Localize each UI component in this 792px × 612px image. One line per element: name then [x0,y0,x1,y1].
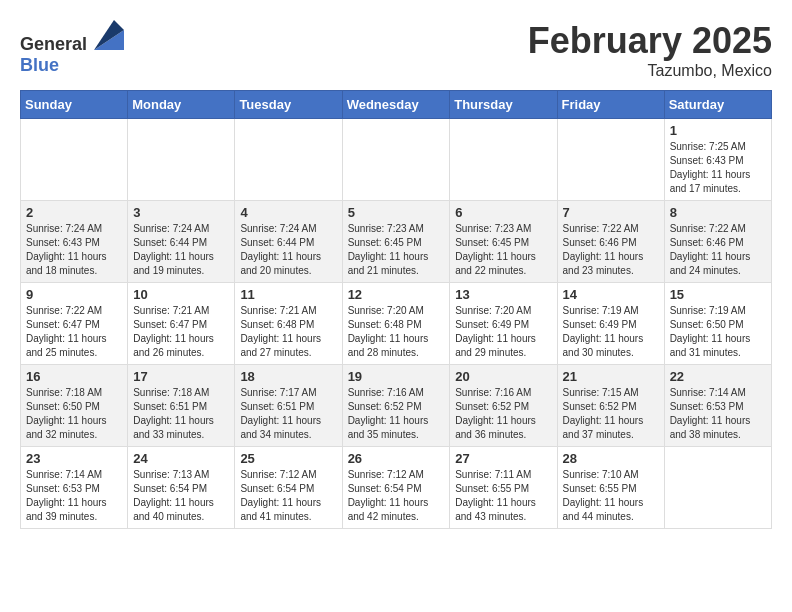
weekday-header-wednesday: Wednesday [342,91,450,119]
day-cell: 3Sunrise: 7:24 AM Sunset: 6:44 PM Daylig… [128,201,235,283]
day-info: Sunrise: 7:22 AM Sunset: 6:46 PM Dayligh… [563,222,659,278]
day-info: Sunrise: 7:16 AM Sunset: 6:52 PM Dayligh… [348,386,445,442]
logo-blue: Blue [20,55,59,75]
day-cell [342,119,450,201]
day-info: Sunrise: 7:25 AM Sunset: 6:43 PM Dayligh… [670,140,766,196]
day-cell: 22Sunrise: 7:14 AM Sunset: 6:53 PM Dayli… [664,365,771,447]
day-cell [450,119,557,201]
day-cell: 6Sunrise: 7:23 AM Sunset: 6:45 PM Daylig… [450,201,557,283]
logo-icon [94,20,124,50]
logo-general: General [20,34,87,54]
day-cell [235,119,342,201]
logo-text: General Blue [20,20,124,76]
day-number: 1 [670,123,766,138]
day-number: 6 [455,205,551,220]
day-number: 18 [240,369,336,384]
day-cell: 11Sunrise: 7:21 AM Sunset: 6:48 PM Dayli… [235,283,342,365]
day-info: Sunrise: 7:14 AM Sunset: 6:53 PM Dayligh… [26,468,122,524]
day-number: 24 [133,451,229,466]
day-number: 2 [26,205,122,220]
day-cell: 9Sunrise: 7:22 AM Sunset: 6:47 PM Daylig… [21,283,128,365]
day-info: Sunrise: 7:13 AM Sunset: 6:54 PM Dayligh… [133,468,229,524]
day-cell [128,119,235,201]
week-row-2: 2Sunrise: 7:24 AM Sunset: 6:43 PM Daylig… [21,201,772,283]
day-cell: 24Sunrise: 7:13 AM Sunset: 6:54 PM Dayli… [128,447,235,529]
day-cell: 1Sunrise: 7:25 AM Sunset: 6:43 PM Daylig… [664,119,771,201]
day-cell: 16Sunrise: 7:18 AM Sunset: 6:50 PM Dayli… [21,365,128,447]
day-cell: 19Sunrise: 7:16 AM Sunset: 6:52 PM Dayli… [342,365,450,447]
day-cell: 13Sunrise: 7:20 AM Sunset: 6:49 PM Dayli… [450,283,557,365]
day-cell: 25Sunrise: 7:12 AM Sunset: 6:54 PM Dayli… [235,447,342,529]
weekday-header-friday: Friday [557,91,664,119]
day-number: 7 [563,205,659,220]
day-info: Sunrise: 7:23 AM Sunset: 6:45 PM Dayligh… [348,222,445,278]
day-info: Sunrise: 7:22 AM Sunset: 6:46 PM Dayligh… [670,222,766,278]
page-header: General Blue February 2025 Tazumbo, Mexi… [20,20,772,80]
day-info: Sunrise: 7:16 AM Sunset: 6:52 PM Dayligh… [455,386,551,442]
day-cell: 10Sunrise: 7:21 AM Sunset: 6:47 PM Dayli… [128,283,235,365]
week-row-5: 23Sunrise: 7:14 AM Sunset: 6:53 PM Dayli… [21,447,772,529]
day-info: Sunrise: 7:22 AM Sunset: 6:47 PM Dayligh… [26,304,122,360]
day-info: Sunrise: 7:24 AM Sunset: 6:44 PM Dayligh… [240,222,336,278]
day-cell: 4Sunrise: 7:24 AM Sunset: 6:44 PM Daylig… [235,201,342,283]
weekday-header-monday: Monday [128,91,235,119]
day-number: 10 [133,287,229,302]
week-row-4: 16Sunrise: 7:18 AM Sunset: 6:50 PM Dayli… [21,365,772,447]
day-cell [21,119,128,201]
day-info: Sunrise: 7:18 AM Sunset: 6:50 PM Dayligh… [26,386,122,442]
day-number: 19 [348,369,445,384]
day-number: 4 [240,205,336,220]
day-cell: 7Sunrise: 7:22 AM Sunset: 6:46 PM Daylig… [557,201,664,283]
day-number: 12 [348,287,445,302]
weekday-header-tuesday: Tuesday [235,91,342,119]
day-cell [664,447,771,529]
weekday-header-row: SundayMondayTuesdayWednesdayThursdayFrid… [21,91,772,119]
day-cell: 18Sunrise: 7:17 AM Sunset: 6:51 PM Dayli… [235,365,342,447]
day-number: 23 [26,451,122,466]
day-number: 28 [563,451,659,466]
day-info: Sunrise: 7:12 AM Sunset: 6:54 PM Dayligh… [348,468,445,524]
day-cell: 17Sunrise: 7:18 AM Sunset: 6:51 PM Dayli… [128,365,235,447]
day-cell [557,119,664,201]
day-cell: 15Sunrise: 7:19 AM Sunset: 6:50 PM Dayli… [664,283,771,365]
weekday-header-sunday: Sunday [21,91,128,119]
day-number: 26 [348,451,445,466]
day-number: 17 [133,369,229,384]
day-info: Sunrise: 7:24 AM Sunset: 6:43 PM Dayligh… [26,222,122,278]
location-subtitle: Tazumbo, Mexico [528,62,772,80]
day-cell: 12Sunrise: 7:20 AM Sunset: 6:48 PM Dayli… [342,283,450,365]
day-number: 3 [133,205,229,220]
day-info: Sunrise: 7:21 AM Sunset: 6:47 PM Dayligh… [133,304,229,360]
day-cell: 28Sunrise: 7:10 AM Sunset: 6:55 PM Dayli… [557,447,664,529]
day-cell: 27Sunrise: 7:11 AM Sunset: 6:55 PM Dayli… [450,447,557,529]
weekday-header-saturday: Saturday [664,91,771,119]
day-number: 11 [240,287,336,302]
day-info: Sunrise: 7:15 AM Sunset: 6:52 PM Dayligh… [563,386,659,442]
day-number: 20 [455,369,551,384]
day-number: 25 [240,451,336,466]
month-title: February 2025 [528,20,772,62]
day-info: Sunrise: 7:17 AM Sunset: 6:51 PM Dayligh… [240,386,336,442]
day-number: 22 [670,369,766,384]
day-cell: 26Sunrise: 7:12 AM Sunset: 6:54 PM Dayli… [342,447,450,529]
day-number: 13 [455,287,551,302]
day-info: Sunrise: 7:10 AM Sunset: 6:55 PM Dayligh… [563,468,659,524]
day-number: 27 [455,451,551,466]
day-cell: 20Sunrise: 7:16 AM Sunset: 6:52 PM Dayli… [450,365,557,447]
day-info: Sunrise: 7:12 AM Sunset: 6:54 PM Dayligh… [240,468,336,524]
day-info: Sunrise: 7:19 AM Sunset: 6:50 PM Dayligh… [670,304,766,360]
day-number: 15 [670,287,766,302]
logo: General Blue [20,20,124,76]
day-info: Sunrise: 7:19 AM Sunset: 6:49 PM Dayligh… [563,304,659,360]
day-info: Sunrise: 7:24 AM Sunset: 6:44 PM Dayligh… [133,222,229,278]
day-number: 14 [563,287,659,302]
day-cell: 2Sunrise: 7:24 AM Sunset: 6:43 PM Daylig… [21,201,128,283]
day-cell: 8Sunrise: 7:22 AM Sunset: 6:46 PM Daylig… [664,201,771,283]
day-info: Sunrise: 7:20 AM Sunset: 6:48 PM Dayligh… [348,304,445,360]
day-info: Sunrise: 7:23 AM Sunset: 6:45 PM Dayligh… [455,222,551,278]
day-info: Sunrise: 7:14 AM Sunset: 6:53 PM Dayligh… [670,386,766,442]
day-number: 21 [563,369,659,384]
day-number: 9 [26,287,122,302]
week-row-1: 1Sunrise: 7:25 AM Sunset: 6:43 PM Daylig… [21,119,772,201]
day-info: Sunrise: 7:21 AM Sunset: 6:48 PM Dayligh… [240,304,336,360]
